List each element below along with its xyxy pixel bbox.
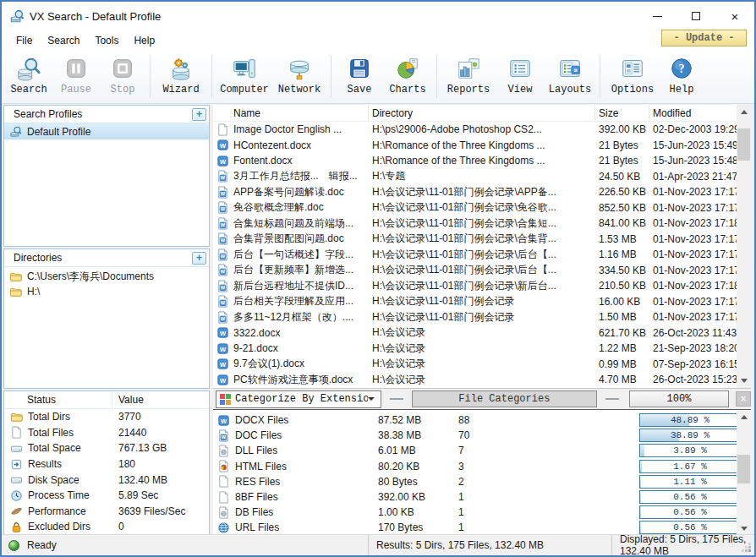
column-header-name[interactable]: Name (213, 105, 369, 121)
splitter-handle[interactable] (605, 398, 619, 400)
toolbar-save-button[interactable]: Save (336, 52, 383, 103)
toolbar-view-button[interactable]: View (496, 52, 545, 103)
svg-text:W: W (221, 207, 226, 212)
svg-text:W: W (220, 377, 227, 385)
scrollbar-thumb[interactable] (737, 128, 750, 161)
minimize-button[interactable] (638, 2, 677, 30)
add-profile-button[interactable]: + (192, 108, 206, 121)
svg-text:W: W (221, 270, 226, 275)
svg-text:W: W (221, 316, 226, 321)
file-row[interactable]: W 后台相关字段理解及应用... H:\会议记录\11-01部门例会记录 16.… (213, 294, 751, 310)
toolbar-layouts-button[interactable]: » Layouts (545, 52, 595, 103)
directory-item[interactable]: H:\ (4, 284, 209, 299)
maximize-icon (692, 12, 700, 20)
file-row[interactable]: W 免谷歌概念理解.doc H:\会议记录\11-01部门例会记录\免谷歌...… (213, 200, 751, 216)
directory-item[interactable]: C:\Users\李海兵\Documents (4, 269, 209, 284)
status-row: Performance 3639 Files/Sec (4, 504, 209, 520)
maximize-button[interactable] (677, 2, 715, 30)
category-row[interactable]: 8BF Files 392.00 KB 1 0.56 % (213, 489, 751, 505)
menu-item-search[interactable]: Search (40, 32, 87, 49)
ready-status-text: Ready (27, 539, 57, 551)
file-row[interactable]: W HContezent.docx H:\Romance of the Thre… (213, 138, 751, 154)
close-icon: × (731, 10, 739, 23)
menu-item-file[interactable]: File (8, 32, 40, 49)
profile-item[interactable]: Default Profile (4, 123, 209, 139)
statusbar: Ready Results: 5 Dirs, 175 Files, 132.40… (2, 534, 754, 555)
menu-item-tools[interactable]: Tools (87, 32, 126, 49)
svg-text:?: ? (678, 62, 684, 75)
dll-icon (217, 506, 230, 519)
toolbar-computer-button[interactable]: Computer (216, 52, 272, 103)
file-row[interactable]: W 3322.docx H:\会议记录 621.70 KB 26-Oct-202… (213, 325, 751, 341)
column-header-size[interactable]: Size (595, 105, 649, 121)
toolbar-pause-button: Pause (52, 52, 100, 103)
layouts-icon: » (557, 56, 583, 81)
status-row: Total Dirs 3770 (4, 409, 209, 425)
svg-text:W: W (220, 346, 227, 353)
doc-icon: W (216, 248, 229, 261)
toolbar-charts-button[interactable]: Charts (383, 52, 432, 103)
performance-icon (10, 505, 23, 517)
directories-header: Directories (14, 252, 192, 264)
file-row[interactable]: W 多多11~12月框架（改）.... H:\会议记录\11-01部门例会记录 … (213, 309, 751, 325)
status-row: Total Space 767.13 GB (4, 440, 209, 456)
percent-bar: 48.89 % (639, 413, 741, 427)
toolbar-help-button[interactable]: ? Help (660, 52, 703, 103)
charts-icon (395, 56, 420, 81)
scroll-up-icon[interactable] (737, 410, 751, 424)
category-row[interactable]: W DOCX Files 87.52 MB 88 48.89 % (213, 412, 751, 428)
file-row[interactable]: W 合集背景图配图问题.doc H:\会议记录\11-01部门例会记录\合集背.… (213, 232, 751, 248)
file-row[interactable]: W APP备案号问题解读.doc H:\会议记录\11-01部门例会记录\APP… (213, 184, 751, 200)
dll-icon (217, 445, 230, 457)
resize-grip[interactable] (748, 549, 751, 552)
close-categories-button[interactable]: × (736, 391, 751, 407)
svg-text:W: W (221, 191, 226, 196)
file-row[interactable]: W 后台【更新频率】新增选... H:\会议记录\11-01部门例会记录\后台【… (213, 263, 751, 279)
svg-text:W: W (221, 176, 226, 181)
scroll-down-icon[interactable] (737, 374, 751, 388)
category-row[interactable]: RES Files 80 Bytes 2 1.11 % (213, 474, 751, 489)
category-row[interactable]: W DOC Files 38.38 MB 70 38.89 % (213, 428, 751, 443)
wizard-icon (168, 56, 194, 81)
file-row[interactable]: W 新后台远程地址不提供ID... H:\会议记录\11-01部门例会记录\新后… (213, 278, 751, 294)
category-row[interactable]: DLL Files 6.01 MB 7 3.89 % (213, 443, 751, 458)
column-header-modified[interactable]: Modified (649, 105, 737, 121)
network-icon (287, 56, 312, 81)
add-directory-button[interactable]: + (192, 252, 206, 265)
svg-text:W: W (221, 222, 226, 227)
file-categories-button[interactable]: File Categories (412, 390, 597, 407)
docx-icon: W (216, 358, 229, 370)
file-row[interactable]: W 合集短标题问题及前端场... H:\会议记录\11-01部门例会记录\合集短… (213, 216, 751, 232)
category-row[interactable]: DB Files 1.00 KB 1 0.56 % (213, 505, 751, 520)
file-row[interactable]: W 9.7会议(1).docx H:\会议记录 0.99 MB 07-Sep-2… (213, 357, 751, 373)
category-row[interactable]: HTML Files 80.20 KB 3 1.67 % (213, 459, 751, 474)
toolbar-wizard-button[interactable]: Wizard (155, 52, 207, 103)
file-row[interactable]: W 9-21.docx H:\会议记录 1.22 MB 21-Sep-2023 … (213, 341, 751, 357)
file-row[interactable]: W PC软件游戏注意事项.docx H:\会议记录 4.70 MB 26-Oct… (213, 372, 751, 388)
categories-scrollbar[interactable] (737, 410, 751, 536)
toolbar-separator (331, 55, 331, 98)
toolbar-search-button[interactable]: Search (5, 52, 52, 103)
doc-icon: W (216, 280, 229, 292)
scroll-up-icon[interactable] (737, 105, 751, 119)
file-icon (216, 123, 229, 136)
file-row[interactable]: W 后台【一句话概述】字段... H:\会议记录\11-01部门例会记录\后台【… (213, 247, 751, 263)
toolbar-reports-button[interactable]: Reports (441, 52, 496, 103)
menu-item-help[interactable]: Help (126, 32, 162, 49)
scrollbar-thumb[interactable] (737, 455, 750, 483)
categorize-dropdown[interactable]: Categorize By Extension (216, 390, 381, 408)
docx-icon: W (216, 342, 229, 355)
toolbar-options-button[interactable]: Options (605, 52, 660, 103)
splitter-handle[interactable] (390, 398, 403, 400)
update-button[interactable]: - Update - (661, 30, 747, 46)
toolbar-network-button[interactable]: Network (272, 52, 326, 103)
search-results-list: Name Directory Size Modified Image Docto… (213, 105, 751, 388)
pause-icon (63, 56, 89, 81)
file-list-scrollbar[interactable] (737, 105, 751, 388)
close-button[interactable]: × (715, 2, 754, 30)
file-row[interactable]: W Fontent.docx H:\Romance of the Three K… (213, 153, 751, 169)
file-row[interactable]: Image Doctor English ... H:\ps\29006-Ado… (213, 122, 751, 138)
file-row[interactable]: W 3月工作月总结报... 辑报... H:\专题 24.50 KB 01-Ap… (213, 169, 751, 185)
column-header-directory[interactable]: Directory (369, 105, 595, 121)
zoom-level-button[interactable]: 100% (629, 390, 729, 407)
